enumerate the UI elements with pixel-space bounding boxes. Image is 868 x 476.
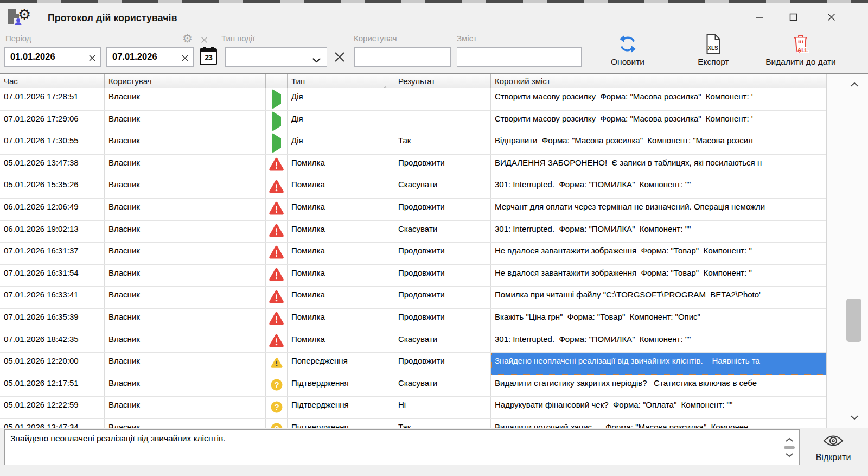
- user-cell: Власник: [105, 155, 266, 176]
- detail-spinner: [781, 431, 797, 463]
- type-icon-cell: [266, 309, 288, 331]
- content-cell: 301: Interrupted. Форма: "ПОМИЛКА" Компо…: [491, 176, 826, 198]
- result-cell: Так: [394, 132, 491, 154]
- result-cell: Скасувати: [394, 331, 491, 353]
- period-clear-icon[interactable]: [201, 36, 208, 46]
- table-row[interactable]: 07.01.2026 16:33:41ВласникПомилкаПродовж…: [0, 287, 826, 309]
- type-icon-cell: ?: [266, 397, 288, 418]
- scroll-up-icon[interactable]: [850, 80, 859, 90]
- content-filter-field[interactable]: [457, 47, 582, 67]
- user-cell: Власник: [105, 309, 266, 331]
- column-header-user[interactable]: Користувач: [105, 74, 266, 88]
- spinner-up-icon[interactable]: [785, 435, 794, 445]
- content-cell: 301: Interrupted. Форма: "ПОМИЛКА" Компо…: [491, 331, 826, 353]
- content-cell[interactable]: Знайдено неоплачені реалізації від звича…: [491, 353, 826, 375]
- user-cell: Власник: [105, 132, 266, 154]
- log-table: Час Користувач Тип Результат Короткий зм…: [0, 73, 868, 428]
- type-cell: Підтвердження: [288, 397, 394, 418]
- table-row[interactable]: 05.01.2026 13:47:38ВласникПомилкаПродовж…: [0, 155, 826, 177]
- content-cell: Створити масову розсилку Форма: "Масова …: [491, 111, 826, 132]
- type-cell: Помилка: [288, 221, 394, 243]
- delete-to-date-button[interactable]: ALL Видалити до дати: [757, 33, 844, 67]
- user-cell: Власник: [105, 221, 266, 243]
- period-settings-gear-icon[interactable]: ⚙: [182, 33, 193, 45]
- table-row[interactable]: 05.01.2026 13:47:34Власник?Підтвердження…: [0, 419, 826, 428]
- play-icon: [272, 117, 281, 126]
- scrollbar-thumb[interactable]: [846, 299, 861, 342]
- time-cell: 07.01.2026 16:31:37: [0, 243, 105, 264]
- table-row[interactable]: 06.01.2026 12:06:49ВласникПомилкаПродовж…: [0, 199, 826, 221]
- table-row[interactable]: 07.01.2026 17:29:06ВласникДіяСтворити ма…: [0, 111, 826, 133]
- table-row[interactable]: 07.01.2026 16:35:39ВласникПомилкаПродовж…: [0, 309, 826, 331]
- date-to-field[interactable]: 07.01.2026: [106, 47, 194, 67]
- event-type-label: Тип події: [221, 34, 255, 43]
- time-cell: 07.01.2026 16:31:54: [0, 265, 105, 287]
- sort-ascending-icon: [357, 76, 391, 88]
- table-row[interactable]: 05.01.2026 15:35:26ВласникПомилкаСкасува…: [0, 176, 826, 199]
- spinner-grip[interactable]: [784, 446, 795, 449]
- result-cell: Продовжити: [394, 155, 491, 176]
- detail-textbox[interactable]: Знайдено неоплачені реалізації від звича…: [4, 429, 800, 465]
- content-filter-label: Зміст: [457, 34, 477, 43]
- open-button[interactable]: Відкрити: [805, 430, 861, 473]
- detail-panel: Знайдено неоплачені реалізації від звича…: [0, 428, 868, 476]
- type-icon-cell: [266, 132, 288, 154]
- time-cell: 07.01.2026 17:30:55: [0, 132, 105, 154]
- column-header-type[interactable]: Тип: [288, 74, 394, 88]
- user-cell: Власник: [105, 375, 266, 397]
- table-row[interactable]: 07.01.2026 17:28:51ВласникДіяСтворити ма…: [0, 88, 826, 111]
- svg-text:XLS: XLS: [707, 45, 718, 51]
- column-header-result[interactable]: Результат: [394, 74, 491, 88]
- svg-text:?: ?: [274, 402, 279, 411]
- table-row[interactable]: 07.01.2026 16:31:37ВласникПомилкаПродовж…: [0, 243, 826, 265]
- time-cell: 05.01.2026 13:47:38: [0, 155, 105, 176]
- event-type-dropdown[interactable]: [225, 47, 327, 67]
- table-row[interactable]: 05.01.2026 12:20:00ВласникПопередженняПр…: [0, 353, 826, 375]
- time-cell: 06.01.2026 19:02:13: [0, 221, 105, 243]
- table-row[interactable]: 07.01.2026 18:42:35ВласникПомилкаСкасува…: [0, 331, 826, 353]
- table-row[interactable]: 07.01.2026 17:30:55ВласникДіяТакВідправи…: [0, 132, 826, 155]
- scroll-down-icon[interactable]: [850, 412, 859, 422]
- vertical-scrollbar[interactable]: [826, 74, 868, 428]
- chevron-down-icon[interactable]: [312, 55, 321, 65]
- type-cell: Підтвердження: [288, 419, 394, 428]
- content-cell: Вкажіть "Ціна грн" Форма: "Товар" Компон…: [491, 309, 826, 331]
- table-viewport: Час Користувач Тип Результат Короткий зм…: [0, 74, 826, 428]
- date-from-field[interactable]: 01.01.2026: [4, 47, 101, 67]
- refresh-button[interactable]: Оновити: [599, 33, 656, 67]
- table-header: Час Користувач Тип Результат Короткий зм…: [0, 74, 826, 88]
- user-cell: Власник: [105, 419, 266, 428]
- maximize-button[interactable]: [781, 8, 806, 26]
- user-filter-field[interactable]: [354, 47, 451, 67]
- time-cell: 05.01.2026 12:20:00: [0, 353, 105, 375]
- time-cell: 07.01.2026 18:42:35: [0, 331, 105, 353]
- date-to-clear-icon[interactable]: [182, 54, 188, 64]
- type-cell: Помилка: [288, 155, 394, 176]
- close-button[interactable]: [819, 8, 844, 26]
- column-header-icon[interactable]: [266, 74, 288, 88]
- time-cell: 05.01.2026 12:17:51: [0, 375, 105, 397]
- date-to-value: 07.01.2026: [107, 48, 193, 66]
- column-header-content[interactable]: Короткий зміст: [491, 74, 826, 88]
- open-button-label: Відкрити: [816, 453, 851, 462]
- result-cell: Продовжити: [394, 287, 491, 308]
- calendar-button[interactable]: 23: [200, 48, 217, 65]
- column-header-time[interactable]: Час: [0, 74, 105, 88]
- minimize-button[interactable]: [747, 8, 772, 26]
- result-cell: Продовжити: [394, 353, 491, 375]
- export-button[interactable]: XLS Експорт: [685, 33, 742, 67]
- spinner-down-icon[interactable]: [785, 450, 794, 460]
- window-title: Протокол дій користувачів: [48, 12, 177, 24]
- event-type-clear-icon[interactable]: [334, 52, 346, 64]
- delete-to-date-label: Видалити до дати: [765, 57, 835, 67]
- content-cell: Не вдалося завантажити зображення Форма:…: [491, 243, 826, 264]
- error-icon: [269, 245, 284, 261]
- date-from-clear-icon[interactable]: [89, 54, 95, 64]
- table-row[interactable]: 05.01.2026 12:22:59Власник?Підтвердження…: [0, 397, 826, 419]
- table-row[interactable]: 06.01.2026 19:02:13ВласникПомилкаСкасува…: [0, 221, 826, 243]
- table-row[interactable]: 05.01.2026 12:17:51Власник?Підтвердження…: [0, 375, 826, 397]
- detail-text: Знайдено неоплачені реалізації від звича…: [5, 430, 799, 443]
- user-cell: Власник: [105, 397, 266, 418]
- play-icon: [272, 94, 281, 104]
- table-row[interactable]: 07.01.2026 16:31:54ВласникПомилкаПродовж…: [0, 265, 826, 287]
